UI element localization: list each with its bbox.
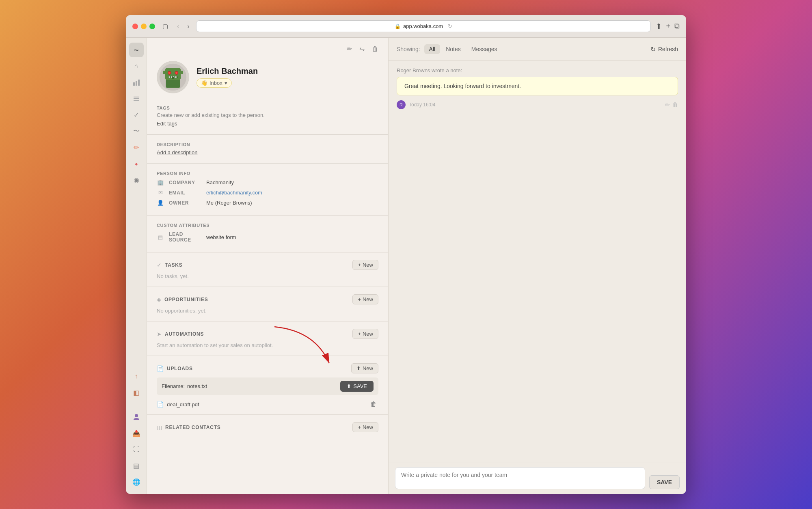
uploads-save-button[interactable]: ⬆ SAVE [340,381,374,392]
browser-actions: ⬆ + ⧉ [656,22,680,31]
automations-title: AUTOMATIONS [165,331,204,337]
related-contacts-icon: ◫ [157,424,162,431]
automations-new-button[interactable]: + New [352,329,378,339]
tab-all[interactable]: All [424,44,441,54]
tasks-icon: ✓ [157,262,162,268]
sidebar-item-layers[interactable]: ◧ [129,385,144,400]
tabs-button[interactable]: ⧉ [674,22,680,30]
maximize-button[interactable] [149,24,155,29]
automations-desc: Start an automation to set your sales on… [147,341,388,352]
uploads-new-plus: ⬆ [356,365,361,371]
tab-notes[interactable]: Notes [441,44,466,54]
opportunities-new-button[interactable]: + New [352,294,378,304]
delete-button[interactable]: 🗑 [370,43,380,54]
lead-source-row: ▤ LEAD SOURCE website form [157,229,378,245]
divider-2 [147,163,388,164]
email-row: ✉ EMAIL erlich@bachmanity.com [157,188,378,198]
sidebar-item-list[interactable] [129,91,144,106]
svg-point-11 [168,72,171,74]
activity-avatar: R [397,100,406,109]
tags-desc: Create new or add existing tags to the p… [157,112,378,118]
inbox-chevron: ▾ [225,80,227,86]
inbox-emoji: 👋 [201,80,207,86]
activity-author: Roger Browns wrote a note: [397,67,678,73]
tasks-empty: No tasks, yet. [147,272,388,283]
sidebar-icons: ~ ⌂ ✓ 〜 ✏ ⬥ ◉ ↑ [126,38,147,494]
owner-value: Me (Roger Browns) [206,200,252,206]
share-button[interactable]: ⬆ [656,22,662,31]
related-contacts-header: ◫ RELATED CONTACTS + New [147,418,388,434]
sidebar-item-expand[interactable]: ⛶ [129,442,144,457]
new-tab-button[interactable]: + [666,22,670,30]
edit-tags-link[interactable]: Edit tags [157,121,177,127]
url-bar[interactable]: 🔒 app.wobaka.com ↻ [196,20,651,32]
opps-new-label: New [363,296,373,302]
related-contacts-new-button[interactable]: + New [352,422,378,432]
tasks-new-label: New [363,262,373,268]
tasks-header-left: ✓ TASKS [157,262,182,268]
filename-input[interactable] [187,383,255,389]
note-save-button[interactable]: SAVE [649,475,680,489]
sidebar-item-check[interactable]: ✓ [129,108,144,122]
sidebar-item-inbox[interactable]: 📥 [129,426,144,440]
sidebar-item-tilde[interactable]: ~ [129,43,144,57]
sidebar-item-pencil[interactable]: ✏ [129,140,144,155]
forward-button[interactable]: › [186,21,191,32]
filename-label: Filename: [162,383,185,389]
divider-8 [147,414,388,415]
svg-rect-15 [169,76,171,78]
showing-label: Showing: [397,46,420,52]
inbox-badge[interactable]: 👋 Inbox ▾ [197,78,232,88]
sidebar-item-person-bottom[interactable] [129,410,144,424]
refresh-button[interactable]: ↻ Refresh [650,45,678,53]
svg-rect-19 [163,71,165,74]
traffic-lights [132,24,155,29]
sidebar-item-upload[interactable]: ↑ [129,369,144,384]
description-section: DESCRIPTION Add a description [147,138,388,160]
person-name: Erlich Bachman [197,67,258,76]
custom-attributes-section: CUSTOM ATTRIBUTES ▤ LEAD SOURCE website … [147,219,388,249]
sidebar-item-dot[interactable]: ◉ [129,173,144,187]
description-label: DESCRIPTION [157,142,378,147]
minimize-button[interactable] [141,24,147,29]
delete-file-button[interactable]: 🗑 [369,399,378,410]
uploads-icon: 📄 [157,365,164,372]
back-button[interactable]: ‹ [175,21,181,32]
file-row-left: 📄 deal_draft.pdf [157,401,199,408]
lead-source-icon: ▤ [157,234,164,240]
activity-feed: Roger Browns wrote a note: Great meeting… [389,61,686,462]
uploads-new-button[interactable]: ⬆ New [351,363,378,373]
email-value[interactable]: erlich@bachmanity.com [206,190,262,196]
delete-note-button[interactable]: 🗑 [672,101,678,108]
tasks-new-button[interactable]: + New [352,260,378,270]
close-button[interactable] [132,24,138,29]
sidebar-item-home[interactable]: ⌂ [129,59,144,73]
filter-tabs: All Notes Messages [424,44,502,54]
sidebar-toggle-button[interactable]: ▢ [160,21,171,32]
tab-messages[interactable]: Messages [466,44,502,54]
company-row: 🏢 COMPANY Bachmanity [157,177,378,188]
browser-window: ▢ ‹ › 🔒 app.wobaka.com ↻ ⬆ + ⧉ ~ ⌂ [126,15,686,494]
save-upload-icon: ⬆ [347,383,351,389]
add-description-link[interactable]: Add a description [157,149,197,155]
edit-note-button[interactable]: ✏ [665,101,670,108]
sidebar-item-chart[interactable] [129,75,144,90]
uploads-header: 📄 UPLOADS ⬆ New [147,359,388,375]
merge-button[interactable]: ⇋ [358,43,366,54]
automations-header: ➤ AUTOMATIONS + New [147,325,388,341]
sidebar-item-panel[interactable]: ▤ [129,458,144,473]
svg-rect-0 [133,82,135,86]
sidebar-item-globe[interactable]: 🌐 [129,474,144,489]
email-icon: ✉ [157,190,164,196]
tasks-header: ✓ TASKS + New [147,256,388,272]
edit-button[interactable]: ✏ [345,43,354,54]
right-panel-header: Showing: All Notes Messages ↻ Refresh [389,38,686,61]
sidebar-item-wave[interactable]: 〜 [129,124,144,138]
person-header: Erlich Bachman 👋 Inbox ▾ [147,54,388,101]
opportunities-header: ◈ OPPORTUNITIES + New [147,290,388,306]
note-textarea[interactable] [395,467,645,489]
opportunities-empty: No opportunities, yet. [147,306,388,318]
related-contacts-title: RELATED CONTACTS [165,425,220,430]
sidebar-item-tag-red[interactable]: ⬥ [129,156,144,171]
reload-icon[interactable]: ↻ [448,23,452,29]
